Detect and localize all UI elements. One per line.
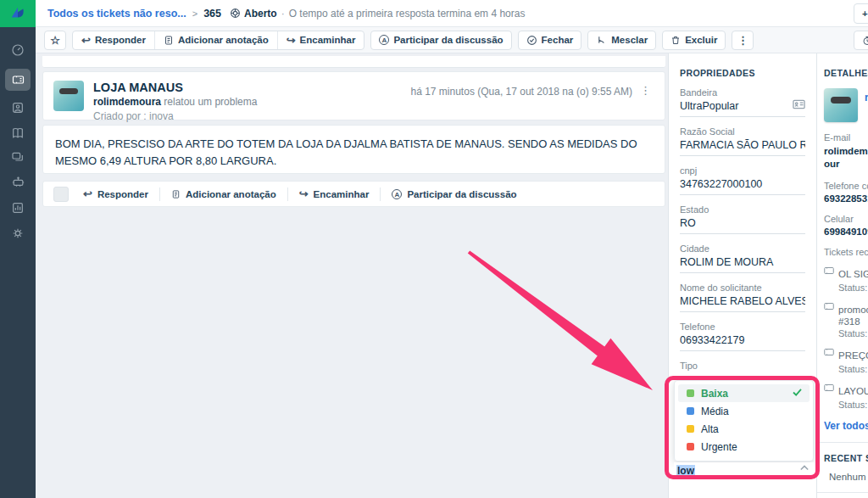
message-kebab-icon[interactable]: ⋮ <box>640 84 651 97</box>
work-phone-value: 693228531 <box>824 193 868 204</box>
chevron-up-icon[interactable] <box>800 465 809 471</box>
field-label: cnpj <box>680 165 805 176</box>
recent-tickets-label: Tickets recen <box>824 247 868 257</box>
star-icon: ☆ <box>50 34 60 47</box>
message-text: BOM DIA, PRESCISO DA ARTE DO TOTEM DA LO… <box>55 136 653 170</box>
new-ticket-button[interactable]: + Novo ticket <box>854 3 868 24</box>
ticket-message-header: LOJA MANAUS rolimdemoura relatou um prob… <box>42 71 665 120</box>
tickets-icon <box>11 73 25 87</box>
scrolled-card-remnant <box>42 56 665 68</box>
quick-responder-button[interactable]: ↩ Responder <box>72 187 159 201</box>
ticket-glyph-icon <box>824 348 834 356</box>
recent-ticket-item[interactable]: OL SIGPH Status: R <box>824 266 868 293</box>
status-lifering-icon <box>230 8 241 19</box>
ver-todos-link[interactable]: Ver todos <box>824 420 868 432</box>
settings-gear-icon <box>11 227 25 240</box>
star-button[interactable]: ☆ <box>44 31 66 50</box>
priority-option-label: Média <box>701 406 729 417</box>
recent-ticket-title[interactable]: promoca <box>838 305 868 315</box>
bots-icon <box>11 176 25 189</box>
discussion-icon: A <box>392 189 402 199</box>
sidebar-item-forums[interactable] <box>5 146 31 168</box>
mesclar-button[interactable]: Mesclar <box>587 31 656 50</box>
contacts-icon <box>11 101 25 115</box>
priority-option-urgente[interactable]: Urgente <box>678 438 810 456</box>
sidebar-item-analytics[interactable] <box>5 197 31 219</box>
sidebar-item-contacts[interactable] <box>5 97 31 119</box>
section-divider <box>817 442 868 443</box>
field-telefone: Telefone 06933422179 <box>680 322 805 351</box>
more-actions-button[interactable]: ⋮ <box>732 31 754 50</box>
recent-ticket-status: Status: F <box>838 400 868 410</box>
breadcrumb-chevron: > <box>192 8 198 19</box>
sidebar-item-dashboard[interactable] <box>5 39 31 61</box>
dashboard-icon <box>11 43 25 57</box>
merge-icon <box>596 35 607 46</box>
brand-logo[interactable] <box>0 0 36 27</box>
priority-option-baixa[interactable]: Baixa <box>678 384 810 402</box>
close-ticket-icon <box>526 35 537 46</box>
field-value[interactable]: ROLIM DE MOURA <box>680 256 805 273</box>
fechar-button[interactable]: Fechar <box>518 31 582 50</box>
sidebar-item-settings[interactable] <box>5 222 31 244</box>
agent-avatar-placeholder <box>53 187 69 202</box>
field-value[interactable]: UltraPopular <box>680 100 805 117</box>
field-value[interactable]: MICHELE RABELO ALVES <box>680 295 805 312</box>
breadcrumb[interactable]: Todos os tickets não reso... <box>47 8 186 20</box>
quick-encaminhar-label: Encaminhar <box>314 189 370 199</box>
ticket-toolbar: ☆ ↩ Responder Adicionar anotação ↪ Encam… <box>36 27 868 53</box>
field-label: Nome do solicitante <box>680 283 805 293</box>
contact-card-icon[interactable] <box>793 99 805 109</box>
field-value[interactable]: 34763227000100 <box>680 178 805 195</box>
recent-ticket-item[interactable]: LAYOUT Status: F <box>824 383 868 410</box>
recent-ticket-item[interactable]: PREÇOS Status: F <box>824 347 868 374</box>
sidebar-item-solutions[interactable] <box>5 122 31 144</box>
field-razao-social: Razão Social FARMACIA SÃO PAULO ROLIM LT <box>680 126 805 156</box>
quick-participar-button[interactable]: A Participar da discussão <box>380 187 527 201</box>
recent-ticket-title[interactable]: LAYOUT <box>838 386 868 396</box>
priority-search-input[interactable]: low <box>674 462 814 478</box>
quick-adicionar-button[interactable]: Adicionar anotação <box>159 187 287 201</box>
field-label: Cidade <box>680 243 805 254</box>
section-divider <box>817 492 868 493</box>
created-by-line: Criado por : inova <box>93 110 257 122</box>
field-value[interactable]: 06933422179 <box>680 334 805 351</box>
responder-button[interactable]: ↩ Responder <box>73 31 154 49</box>
field-label: Estado <box>680 204 805 215</box>
contact-name-link[interactable]: rolim <box>865 92 868 104</box>
field-cidade: Cidade ROLIM DE MOURA <box>680 243 805 273</box>
priority-option-label: Urgente <box>701 441 737 453</box>
field-value[interactable]: FARMACIA SÃO PAULO ROLIM LT <box>680 139 805 156</box>
forward-icon: ↪ <box>287 35 296 46</box>
encaminhar-button[interactable]: ↪ Encaminhar <box>277 31 364 49</box>
quick-encaminhar-button[interactable]: ↪ Encaminhar <box>287 187 381 201</box>
participar-discussao-button[interactable]: A Participar da discussão <box>370 31 511 50</box>
ticket-glyph-icon <box>824 383 834 392</box>
sidebar-item-bots[interactable] <box>5 171 31 193</box>
excluir-button[interactable]: Excluir <box>662 31 726 50</box>
sidebar-item-tickets[interactable] <box>5 69 31 91</box>
requester-action: relatou um problema <box>161 96 257 108</box>
requester-name[interactable]: rolimdemoura <box>93 96 161 108</box>
mostrar-atividades-button[interactable]: Mostrar ati <box>854 31 868 50</box>
ticket-message-body: BOM DIA, PRESCISO DA ARTE DO TOTEM DA LO… <box>42 125 665 174</box>
trash-icon <box>670 35 681 46</box>
priority-option-media[interactable]: Média <box>678 402 810 420</box>
adicionar-anotacao-button[interactable]: Adicionar anotação <box>154 31 277 49</box>
field-value[interactable]: RO <box>680 217 805 234</box>
mobile-label: Celular <box>824 214 868 224</box>
solutions-icon <box>11 126 25 140</box>
recent-ticket-title[interactable]: PREÇOS <box>838 350 868 361</box>
requester-line: rolimdemoura relatou um problema <box>93 96 257 108</box>
priority-color-chip <box>687 407 694 415</box>
recent-ticket-title[interactable]: OL SIGPH <box>838 269 868 279</box>
mesclar-label: Mesclar <box>611 35 648 45</box>
priority-option-alta[interactable]: Alta <box>678 420 810 438</box>
recent-ticket-item[interactable]: promoca #318 Status: R <box>824 301 868 339</box>
sessions-empty-text: Nenhum <box>829 472 868 482</box>
requester-avatar <box>53 81 84 111</box>
priority-color-chip <box>687 425 694 433</box>
work-phone-label: Telefone com <box>824 181 868 191</box>
dot-separator: · <box>281 8 285 20</box>
recent-ticket-status: Status: R <box>838 328 868 339</box>
